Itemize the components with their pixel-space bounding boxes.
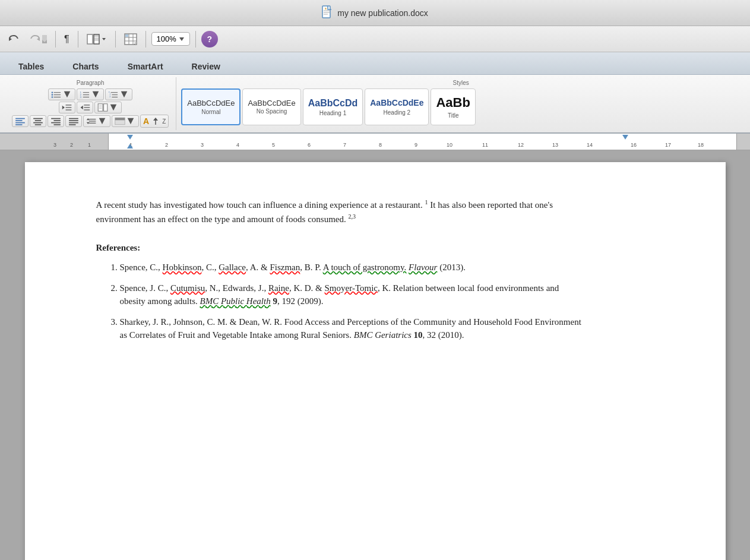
numbered-list-button[interactable]: 1 2 3 <box>77 88 104 100</box>
tab-smartart[interactable]: SmartArt <box>114 58 177 75</box>
style-title-label: Title <box>448 112 459 119</box>
multilevel-list-button[interactable]: a 1 2 <box>105 88 132 100</box>
style-normal-preview: AaBbCcDdEe <box>187 99 235 108</box>
help-button[interactable]: ? <box>201 31 218 48</box>
style-heading2-label: Heading 2 <box>384 109 411 116</box>
paragraph-text: A recent study has investigated how touc… <box>96 200 553 224</box>
show-paragraph-button[interactable]: ¶ <box>61 32 72 46</box>
align-left-button[interactable] <box>12 115 29 127</box>
paragraph-group: Paragraph 1 <box>5 77 176 130</box>
paragraph-controls: 1 2 3 a 1 2 <box>12 88 169 128</box>
styles-row: AaBbCcDdEe Normal AaBbCcDdEe No Spacing … <box>181 88 740 125</box>
svg-text:3: 3 <box>80 96 81 99</box>
style-heading1[interactable]: AaBbCcDd Heading 1 <box>303 88 363 125</box>
toolbar-sep-4 <box>145 31 146 48</box>
style-title-preview: AaBb <box>436 95 470 110</box>
document-page: A recent study has investigated how touc… <box>25 162 726 560</box>
tab-review[interactable]: Review <box>178 58 234 75</box>
page-layout-button[interactable] <box>94 102 122 113</box>
svg-text:♪: ♪ <box>134 40 136 45</box>
reference-item-2: Spence, J. C., Cutumisu, N., Edwards, J.… <box>120 281 583 308</box>
window-title: my new publication.docx <box>337 8 428 18</box>
style-normal[interactable]: AaBbCcDdEe Normal <box>181 88 240 125</box>
svg-text:a: a <box>325 7 327 10</box>
view-button[interactable] <box>84 32 110 46</box>
style-normal-label: Normal <box>201 109 220 115</box>
svg-marker-83 <box>128 118 134 125</box>
toolbar-sep-5 <box>195 31 196 48</box>
reference-list: Spence, C., Hobkinson, C., Gallace, A. &… <box>96 261 583 342</box>
style-heading1-preview: AaBbCcDd <box>308 97 358 109</box>
title-bar: a my new publication.docx <box>0 0 750 26</box>
document-area: A recent study has investigated how touc… <box>0 150 750 560</box>
sort-icon: A Z <box>143 116 166 126</box>
toolbar-sep-2 <box>78 31 78 48</box>
toolbar: ¶ ♪ 100% ? <box>0 26 750 52</box>
sort-button[interactable]: A Z <box>140 115 169 128</box>
paragraph-group-label: Paragraph <box>77 80 105 86</box>
reference-item-1: Spence, C., Hobkinson, C., Gallace, A. &… <box>120 261 583 274</box>
references-heading: References: <box>96 241 583 255</box>
increase-indent-button[interactable] <box>77 102 93 113</box>
insert-table-button[interactable]: ♪ <box>121 31 140 47</box>
svg-marker-44 <box>121 91 128 98</box>
svg-text:2: 2 <box>110 96 111 98</box>
line-spacing-button[interactable] <box>83 115 110 127</box>
ref1-text: Spence, C., Hobkinson, C., Gallace, A. &… <box>120 262 466 272</box>
toolbar-sep-1 <box>55 31 56 48</box>
svg-rect-82 <box>115 118 125 120</box>
ref2-text: Spence, J. C., Cutumisu, N., Edwards, J.… <box>120 283 559 306</box>
ruler-inner: 3 2 1 1 2 3 4 5 6 7 8 9 10 11 12 13 14 1… <box>0 134 750 150</box>
svg-point-24 <box>52 92 53 94</box>
svg-marker-58 <box>110 105 117 111</box>
ribbon-tabs: Tables Charts SmartArt Review <box>0 52 750 75</box>
help-icon: ? <box>207 34 213 44</box>
svg-marker-23 <box>179 37 184 41</box>
svg-marker-49 <box>81 106 83 110</box>
style-no-spacing[interactable]: AaBbCcDdEe No Spacing <box>242 88 300 125</box>
svg-point-26 <box>52 94 53 96</box>
svg-point-28 <box>52 96 53 98</box>
paragraph-icon: ¶ <box>64 34 69 45</box>
align-row: A Z <box>12 115 169 128</box>
bullet-list-button[interactable] <box>48 88 75 100</box>
toolbar-sep-3 <box>115 31 116 48</box>
svg-marker-6 <box>37 37 40 41</box>
svg-rect-53 <box>98 104 103 111</box>
ref3-text: Sharkey, J. R., Johnson, C. M. & Dean, W… <box>120 317 581 340</box>
style-nospacing-preview: AaBbCcDdEe <box>248 99 295 107</box>
styles-group-label: Styles <box>181 80 740 86</box>
svg-marker-84 <box>153 118 158 121</box>
svg-rect-11 <box>94 35 99 37</box>
align-center-button[interactable] <box>30 115 46 127</box>
svg-marker-80 <box>99 118 106 125</box>
indent-row <box>59 102 122 113</box>
style-title[interactable]: AaBb Title <box>431 88 475 125</box>
redo-button[interactable] <box>26 32 50 46</box>
tab-tables[interactable]: Tables <box>5 58 58 75</box>
style-heading1-label: Heading 1 <box>319 110 347 116</box>
zoom-value: 100% <box>157 34 176 43</box>
decrease-indent-button[interactable] <box>59 102 75 113</box>
svg-rect-21 <box>125 34 128 37</box>
svg-marker-15 <box>102 38 106 40</box>
svg-marker-5 <box>9 37 12 41</box>
zoom-control[interactable]: 100% <box>151 32 190 46</box>
svg-marker-37 <box>93 91 99 98</box>
align-right-button[interactable] <box>48 115 64 127</box>
tab-charts[interactable]: Charts <box>59 58 112 75</box>
svg-rect-54 <box>104 104 107 111</box>
document-icon: a <box>322 5 333 21</box>
document-content: A recent study has investigated how touc… <box>96 198 583 342</box>
svg-marker-30 <box>64 91 71 98</box>
ruler: 3 2 1 1 2 3 4 5 6 7 8 9 10 11 12 13 14 1… <box>0 134 750 150</box>
undo-button[interactable] <box>5 32 23 46</box>
style-heading2[interactable]: AaBbCcDdEe Heading 2 <box>365 88 429 125</box>
list-row-1: 1 2 3 a 1 2 <box>48 88 132 100</box>
reference-item-3: Sharkey, J. R., Johnson, C. M. & Dean, W… <box>120 315 583 342</box>
justify-button[interactable] <box>65 115 82 127</box>
shading-button[interactable] <box>112 115 139 127</box>
ribbon-content: Paragraph 1 <box>0 75 750 134</box>
svg-rect-9 <box>87 34 93 44</box>
styles-group: Styles AaBbCcDdEe Normal AaBbCcDdEe No S… <box>176 77 745 130</box>
